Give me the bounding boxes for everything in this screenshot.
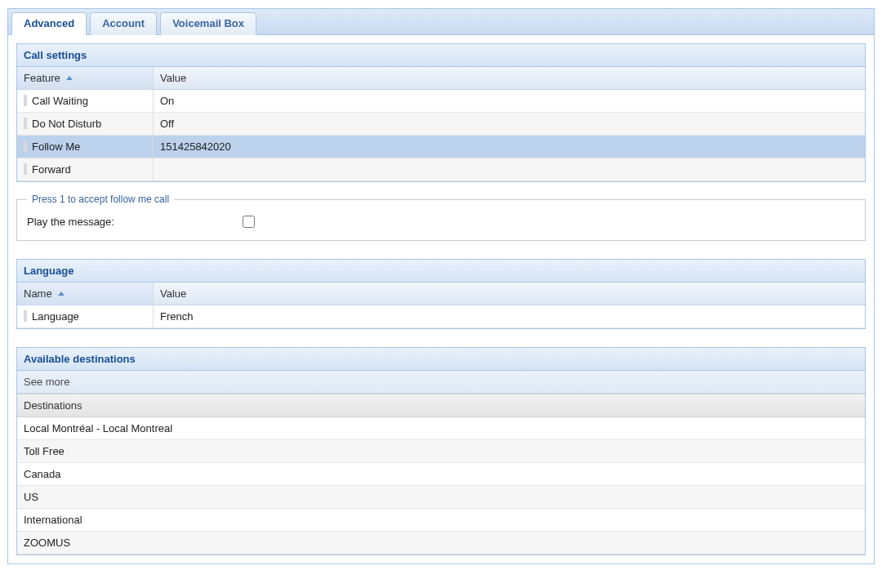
cell-value: On [160, 95, 174, 107]
list-item[interactable]: US [17, 486, 865, 509]
tab-label: Account [102, 17, 145, 29]
sort-asc-icon [58, 292, 65, 296]
column-label: Destinations [24, 399, 82, 412]
destination-label: International [24, 514, 82, 526]
tab-strip: Advanced Account Voicemail Box [8, 9, 874, 35]
tab-content: Call settings Feature Value [8, 35, 874, 564]
cell-feature: Do Not Disturb [32, 118, 101, 130]
panel-title: Language [17, 260, 865, 283]
call-settings-panel: Call settings Feature Value [16, 43, 866, 182]
see-more-link[interactable]: See more [17, 371, 865, 394]
column-label: Value [160, 72, 186, 84]
row-handle-icon [24, 140, 27, 152]
panel-title: Available destinations [17, 348, 865, 371]
row-handle-icon [24, 163, 27, 175]
tab-account[interactable]: Account [90, 12, 157, 35]
play-message-checkbox[interactable] [243, 216, 255, 228]
column-header-destinations[interactable]: Destinations [17, 394, 865, 417]
list-item[interactable]: Local Montréal - Local Montreal [17, 417, 865, 440]
column-header-value[interactable]: Value [154, 67, 866, 90]
column-header-feature[interactable]: Feature [17, 67, 154, 90]
table-row[interactable]: Follow Me 151425842020 [17, 136, 865, 158]
column-header-name[interactable]: Name [17, 283, 154, 305]
column-label: Feature [24, 72, 60, 84]
call-settings-table: Feature Value Call Waiting On Do N [17, 67, 865, 181]
column-header-value[interactable]: Value [154, 283, 866, 305]
table-row[interactable]: Forward [17, 158, 865, 181]
list-item[interactable]: Toll Free [17, 440, 865, 463]
cell-value: 151425842020 [160, 140, 231, 153]
list-item[interactable]: Canada [17, 463, 865, 486]
tab-label: Voicemail Box [172, 17, 244, 29]
fieldset-legend: Press 1 to accept follow me call [27, 194, 174, 205]
page-container: Advanced Account Voicemail Box Call sett… [7, 8, 875, 564]
panel-title: Call settings [17, 44, 865, 67]
play-message-label: Play the message: [27, 216, 239, 228]
sort-asc-icon [66, 76, 73, 80]
column-label: Name [24, 287, 52, 300]
cell-name: Language [32, 310, 79, 323]
list-item[interactable]: International [17, 509, 865, 532]
row-handle-icon [24, 310, 27, 322]
row-handle-icon [24, 118, 27, 129]
cell-value: French [160, 310, 193, 323]
row-handle-icon [24, 95, 27, 106]
cell-value: Off [160, 118, 174, 130]
table-row[interactable]: Call Waiting On [17, 90, 865, 113]
destination-label: Toll Free [24, 445, 65, 457]
table-row[interactable]: Do Not Disturb Off [17, 113, 865, 136]
destination-label: Canada [24, 468, 61, 480]
cell-feature: Call Waiting [32, 95, 88, 107]
destination-label: US [24, 491, 38, 503]
tab-voicemail[interactable]: Voicemail Box [160, 12, 256, 35]
cell-feature: Forward [32, 163, 71, 176]
destination-label: Local Montréal - Local Montreal [24, 422, 172, 434]
tab-advanced[interactable]: Advanced [11, 12, 87, 35]
list-item[interactable]: ZOOMUS [17, 532, 865, 555]
tab-label: Advanced [24, 17, 74, 29]
see-more-label: See more [24, 376, 69, 388]
language-panel: Language Name Value Langua [16, 259, 866, 329]
language-table: Name Value Language French [17, 283, 865, 328]
destinations-panel: Available destinations See more Destinat… [16, 347, 866, 555]
destination-label: ZOOMUS [24, 537, 70, 549]
column-label: Value [160, 287, 186, 300]
follow-me-fieldset: Press 1 to accept follow me call Play th… [16, 194, 866, 241]
cell-feature: Follow Me [32, 140, 80, 153]
table-row[interactable]: Language French [17, 305, 865, 328]
